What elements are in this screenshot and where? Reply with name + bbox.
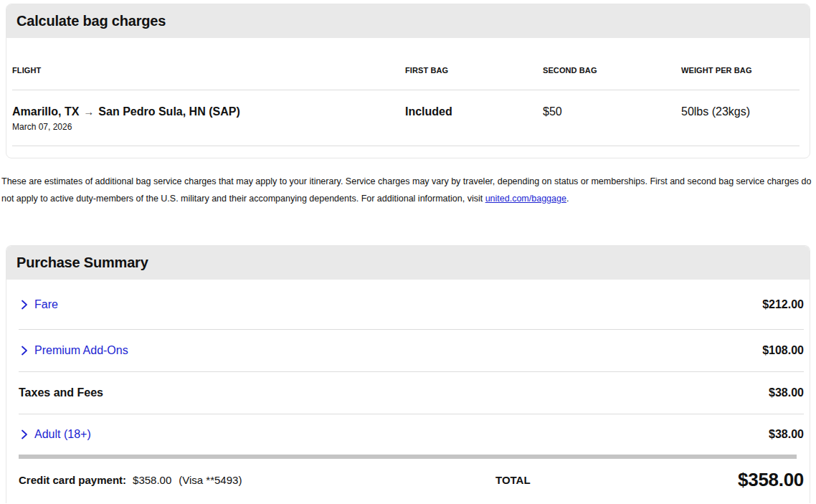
summary-row-label: Fare bbox=[34, 298, 58, 311]
table-divider bbox=[12, 146, 800, 146]
route-arrow-icon: → bbox=[83, 105, 94, 118]
summary-row-taxes-and-fees: Taxes and Fees $38.00 bbox=[19, 372, 804, 414]
second-bag-value: $50 bbox=[543, 105, 681, 118]
purchase-summary-title: Purchase Summary bbox=[16, 255, 148, 271]
total-amount: $358.00 bbox=[738, 469, 804, 491]
summary-row-fare: Fare $212.00 bbox=[19, 280, 804, 330]
baggage-policy-link[interactable]: united.com/baggage bbox=[485, 194, 566, 204]
disclaimer-period: . bbox=[566, 194, 569, 204]
fare-expand-toggle[interactable]: Fare bbox=[19, 298, 58, 311]
summary-row-amount: $108.00 bbox=[762, 344, 804, 357]
bag-charges-title: Calculate bag charges bbox=[16, 13, 166, 29]
summary-row-amount: $212.00 bbox=[762, 298, 804, 311]
flight-route: Amarillo, TX→San Pedro Sula, HN (SAP) bbox=[12, 105, 405, 118]
summary-row-adult: Adult (18+) $38.00 bbox=[19, 414, 804, 455]
chevron-right-icon bbox=[19, 345, 30, 356]
bag-table-header-row: FLIGHT FIRST BAG SECOND BAG WEIGHT PER B… bbox=[12, 38, 800, 75]
summary-row-label: Premium Add-Ons bbox=[34, 344, 128, 357]
chevron-right-icon bbox=[19, 299, 30, 310]
summary-row-premium-add-ons: Premium Add-Ons $108.00 bbox=[19, 330, 804, 372]
summary-row-label: Taxes and Fees bbox=[19, 386, 103, 399]
total-divider bbox=[19, 455, 797, 459]
premium-add-ons-expand-toggle[interactable]: Premium Add-Ons bbox=[19, 344, 128, 357]
flight-date: March 07, 2026 bbox=[12, 122, 405, 132]
column-header-weight-per-bag: WEIGHT PER BAG bbox=[681, 38, 800, 75]
column-header-second-bag: SECOND BAG bbox=[543, 38, 681, 75]
summary-row-amount: $38.00 bbox=[769, 386, 804, 399]
flight-cell: Amarillo, TX→San Pedro Sula, HN (SAP) Ma… bbox=[12, 105, 405, 132]
payment-total-row: Credit card payment: $358.00 (Visa **549… bbox=[19, 460, 804, 500]
column-header-first-bag: FIRST BAG bbox=[405, 38, 543, 75]
weight-per-bag-value: 50lbs (23kgs) bbox=[681, 105, 800, 118]
summary-row-label: Adult (18+) bbox=[34, 428, 91, 441]
column-header-flight: FLIGHT bbox=[12, 38, 405, 75]
total-label: TOTAL bbox=[495, 474, 531, 486]
adult-expand-toggle[interactable]: Adult (18+) bbox=[19, 428, 91, 441]
origin-city: Amarillo, TX bbox=[12, 105, 79, 118]
bag-charges-card: Calculate bag charges FLIGHT FIRST BAG S… bbox=[6, 4, 810, 158]
bag-charges-header: Calculate bag charges bbox=[6, 4, 810, 38]
table-row: Amarillo, TX→San Pedro Sula, HN (SAP) Ma… bbox=[12, 90, 800, 132]
first-bag-value: Included bbox=[405, 105, 543, 118]
summary-row-amount: $38.00 bbox=[769, 428, 804, 441]
chevron-right-icon bbox=[19, 429, 30, 440]
credit-card-payment: Credit card payment: $358.00 (Visa **549… bbox=[19, 474, 495, 486]
credit-card-number: (Visa **5493) bbox=[179, 474, 242, 486]
baggage-disclaimer: These are estimates of additional bag se… bbox=[1, 173, 815, 207]
purchase-summary-card: Purchase Summary Fare $212.00 Premium Ad… bbox=[6, 245, 810, 503]
disclaimer-text: These are estimates of additional bag se… bbox=[1, 176, 812, 204]
bag-charges-body: FLIGHT FIRST BAG SECOND BAG WEIGHT PER B… bbox=[6, 38, 810, 158]
purchase-summary-body: Fare $212.00 Premium Add-Ons $108.00 Tax… bbox=[6, 280, 810, 500]
credit-card-payment-label: Credit card payment: bbox=[19, 474, 126, 486]
destination-city: San Pedro Sula, HN (SAP) bbox=[98, 105, 239, 118]
credit-card-payment-amount: $358.00 bbox=[133, 474, 171, 486]
purchase-summary-header: Purchase Summary bbox=[6, 246, 810, 280]
